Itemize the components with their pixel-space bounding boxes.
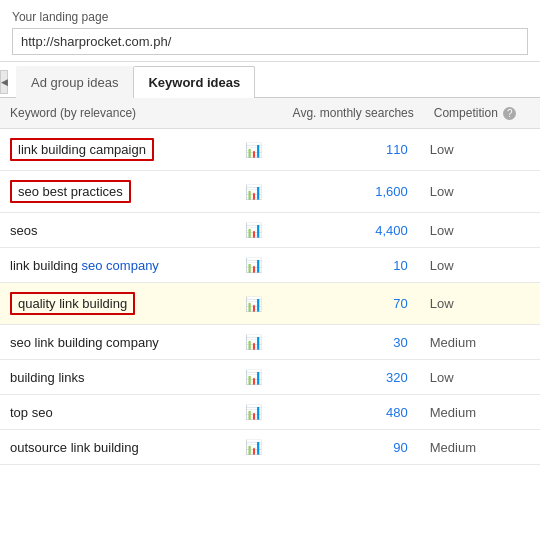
keyword-boxed-label: quality link building [10,292,135,315]
monthly-searches-cell: 70 [275,283,424,325]
table-row: seo link building company📊30Medium [0,325,540,360]
trend-chart-icon: 📊 [245,404,262,420]
monthly-searches-cell: 10 [275,248,424,283]
keyword-cell: quality link building [0,283,232,325]
trend-icon-cell: 📊 [232,395,274,430]
table-row: quality link building📊70Low [0,283,540,325]
top-bar: Your landing page [0,0,540,62]
trend-chart-icon: 📊 [245,334,262,350]
header-avg-searches: Avg. monthly searches [275,98,424,129]
keyword-cell: link building campaign [0,129,232,171]
keyword-cell: top seo [0,395,232,430]
tab-keyword-ideas[interactable]: Keyword ideas [133,66,255,98]
trend-icon-cell: 📊 [232,360,274,395]
keyword-cell: outsource link building [0,430,232,465]
competition-cell: Medium [424,395,540,430]
table-row: link building campaign📊110Low [0,129,540,171]
header-competition: Competition ? [424,98,540,129]
keyword-cell: seo best practices [0,171,232,213]
trend-chart-icon: 📊 [245,142,262,158]
trend-icon-cell: 📊 [232,430,274,465]
trend-icon-cell: 📊 [232,325,274,360]
keyword-link[interactable]: seo company [82,258,159,273]
keyword-cell: link building seo company [0,248,232,283]
competition-cell: Low [424,360,540,395]
competition-cell: Low [424,248,540,283]
keyword-cell: seos [0,213,232,248]
competition-cell: Low [424,213,540,248]
trend-chart-icon: 📊 [245,184,262,200]
table-row: building links📊320Low [0,360,540,395]
competition-cell: Low [424,283,540,325]
landing-page-label: Your landing page [12,10,528,24]
monthly-searches-cell: 90 [275,430,424,465]
trend-icon-cell: 📊 [232,283,274,325]
trend-chart-icon: 📊 [245,439,262,455]
trend-chart-icon: 📊 [245,369,262,385]
competition-cell: Low [424,171,540,213]
trend-icon-cell: 📊 [232,213,274,248]
monthly-searches-cell: 480 [275,395,424,430]
url-input[interactable] [12,28,528,55]
keyword-boxed-label: seo best practices [10,180,131,203]
tabs-bar: ◀ Ad group ideas Keyword ideas [0,66,540,98]
keyword-cell: building links [0,360,232,395]
table-row: seo best practices📊1,600Low [0,171,540,213]
competition-help-icon[interactable]: ? [503,107,516,120]
tab-ad-group-ideas[interactable]: Ad group ideas [16,66,133,98]
keyword-table-container: Keyword (by relevance) Avg. monthly sear… [0,98,540,465]
monthly-searches-cell: 30 [275,325,424,360]
trend-icon-cell: 📊 [232,248,274,283]
trend-icon-cell: 📊 [232,129,274,171]
monthly-searches-cell: 320 [275,360,424,395]
table-row: outsource link building📊90Medium [0,430,540,465]
trend-chart-icon: 📊 [245,222,262,238]
monthly-searches-cell: 4,400 [275,213,424,248]
table-row: link building seo company📊10Low [0,248,540,283]
monthly-searches-cell: 1,600 [275,171,424,213]
table-row: top seo📊480Medium [0,395,540,430]
monthly-searches-cell: 110 [275,129,424,171]
table-row: seos📊4,400Low [0,213,540,248]
table-header-row: Keyword (by relevance) Avg. monthly sear… [0,98,540,129]
collapse-button[interactable]: ◀ [0,70,8,94]
competition-cell: Low [424,129,540,171]
header-keyword: Keyword (by relevance) [0,98,232,129]
trend-chart-icon: 📊 [245,257,262,273]
header-trend [232,98,274,129]
keyword-boxed-label: link building campaign [10,138,154,161]
keyword-cell: seo link building company [0,325,232,360]
competition-cell: Medium [424,325,540,360]
trend-icon-cell: 📊 [232,171,274,213]
competition-cell: Medium [424,430,540,465]
trend-chart-icon: 📊 [245,296,262,312]
